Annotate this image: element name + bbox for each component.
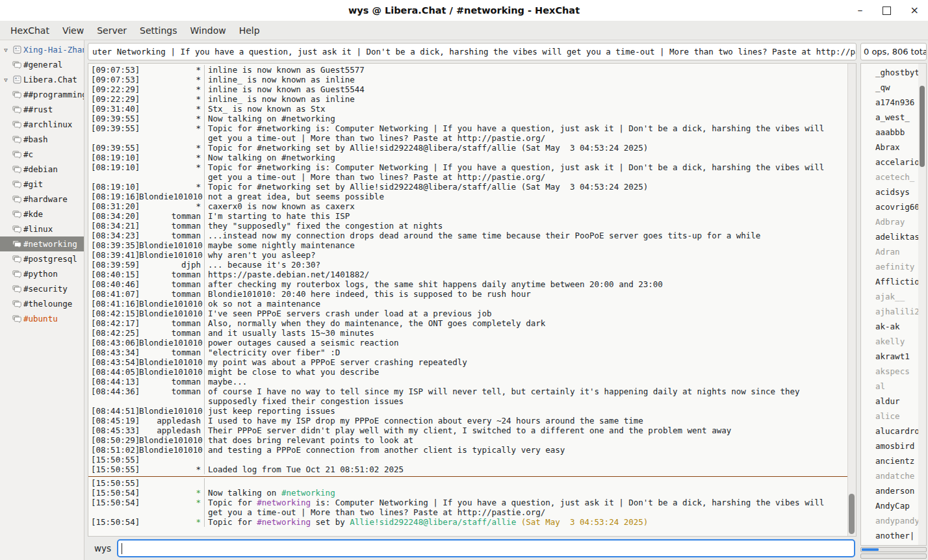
user-list-item[interactable]: AndyCap — [861, 498, 918, 513]
message-segment: set by — [311, 517, 350, 527]
chat-scrollbar-thumb[interactable] — [849, 494, 855, 534]
user-list-item[interactable]: akspecs — [861, 364, 918, 379]
sidebar-item-xing-hai-zhan[interactable]: ▽Xing-Hai-Zhan — [0, 42, 84, 57]
user-list-item[interactable]: alucardro — [861, 424, 918, 439]
user-list-item[interactable]: acetech_ — [861, 170, 918, 185]
sidebar-item--thelounge[interactable]: #thelounge — [0, 296, 84, 311]
sidebar-item--security[interactable]: #security — [0, 281, 84, 296]
user-list-item[interactable]: akrawt1 — [861, 349, 918, 364]
title-bar: wys @ Libera.Chat / #networking - HexCha… — [0, 0, 928, 21]
user-list-item[interactable]: acidsys — [861, 185, 918, 199]
user-list-item[interactable]: _qw — [861, 80, 918, 95]
user-list-item[interactable]: ak-ak — [861, 319, 918, 334]
user-list-item[interactable]: adeliktas — [861, 229, 918, 244]
user-list-item[interactable]: akelly — [861, 334, 918, 349]
tree-expander-icon[interactable]: ▽ — [0, 77, 10, 83]
lag-meter-fill — [862, 548, 879, 551]
tree-item-label: Libera.Chat — [23, 75, 77, 84]
message-nick: tomman — [139, 289, 204, 299]
user-list-item[interactable]: ancientz — [861, 453, 918, 468]
message-text: Now talking on #networking — [204, 153, 847, 162]
sidebar-item-libera-chat[interactable]: ▽Libera.Chat — [0, 72, 84, 87]
message-nick: tomman — [139, 348, 204, 357]
sidebar-item--c[interactable]: #c — [0, 147, 84, 162]
sidebar-item--general[interactable]: #general — [0, 57, 84, 72]
user-list-item[interactable]: Adran — [861, 244, 918, 259]
maximize-button[interactable] — [883, 6, 891, 15]
user-list-item[interactable]: _ghostbyt — [861, 65, 918, 80]
user-list-scrollbar[interactable] — [918, 64, 926, 545]
user-list-item[interactable]: Abrax — [861, 140, 918, 155]
sidebar-item--kde[interactable]: #kde — [0, 207, 84, 222]
message-row: [09:22:29]*inline is now known as Guest5… — [88, 84, 847, 94]
sidebar-item--linux[interactable]: #linux — [0, 222, 84, 236]
message-timestamp: [08:19:10] — [88, 153, 139, 162]
channel-icon-wrap — [10, 315, 23, 323]
message-row: [15:50:55] — [88, 455, 847, 465]
message-segment: Topic for — [208, 498, 257, 507]
channel-icon-wrap — [10, 240, 23, 248]
user-list-item[interactable]: alice — [861, 409, 918, 424]
message-text: caxerx0 is now known as caxerx — [204, 201, 847, 211]
sidebar-item--archlinux[interactable]: #archlinux — [0, 117, 84, 132]
message-row: [08:42:17]tommanAlso, normally when they… — [88, 318, 847, 328]
user-list-scrollbar-thumb[interactable] — [920, 86, 925, 167]
sidebar-item--debian[interactable]: #debian — [0, 162, 84, 177]
user-list-item[interactable]: accelario — [861, 155, 918, 170]
user-list-item[interactable]: andatche — [861, 468, 918, 483]
user-list-item[interactable]: amosbird — [861, 439, 918, 453]
message-row: [09:39:55]*Topic for #networking is: Com… — [88, 123, 847, 143]
channel-icon-wrap — [10, 210, 23, 218]
user-list-item[interactable]: aaabbb — [861, 125, 918, 140]
message-timestamp: [08:43:06] — [88, 338, 139, 348]
message-nick: * — [139, 114, 204, 123]
menu-view[interactable]: View — [56, 23, 90, 38]
sidebar-item--ubuntu[interactable]: #ubuntu — [0, 311, 84, 326]
message-row: [08:34:20]tommanI'm starting to hate thi… — [88, 211, 847, 221]
user-list-item[interactable]: a_west_ — [861, 110, 918, 125]
user-list-item[interactable]: aldur — [861, 394, 918, 409]
sidebar-item--python[interactable]: #python — [0, 266, 84, 281]
sidebar-item--postgresql[interactable]: #postgresql — [0, 251, 84, 266]
menu-settings[interactable]: Settings — [133, 23, 183, 38]
sidebar-item--bash[interactable]: #bash — [0, 132, 84, 147]
window-title: wys @ Libera.Chat / #networking - HexCha… — [348, 5, 580, 16]
sidebar-item--git[interactable]: #git — [0, 177, 84, 192]
menu-window[interactable]: Window — [183, 23, 232, 38]
user-list-item[interactable]: Adbray — [861, 214, 918, 229]
message-row: [08:34:23]tomman...instead now my connec… — [88, 231, 847, 240]
user-list-item[interactable]: a174n936 — [861, 95, 918, 110]
message-nick — [139, 478, 204, 488]
user-list-item[interactable]: another| — [861, 528, 918, 543]
user-list-item[interactable]: al — [861, 379, 918, 394]
user-list-item[interactable]: ajak__ — [861, 289, 918, 304]
sidebar-item--programming[interactable]: ##programming — [0, 87, 84, 102]
sidebar-item--networking[interactable]: #networking — [0, 236, 84, 251]
minimize-button[interactable]: – — [858, 5, 863, 16]
topic-input[interactable]: uter Networking | If you have a question… — [88, 43, 857, 60]
user-list-item[interactable]: acovrig60 — [861, 199, 918, 214]
sidebar-item--hardware[interactable]: #hardware — [0, 192, 84, 207]
user-list-item[interactable]: aefinity — [861, 259, 918, 274]
message-text: I've seen PPPoE servers crash under load… — [204, 309, 847, 318]
tree-expander-icon[interactable]: ▽ — [0, 47, 10, 53]
menu-server[interactable]: Server — [90, 23, 133, 38]
user-list-item[interactable]: ajhalili2 — [861, 304, 918, 319]
text-caret — [122, 543, 122, 554]
sidebar-item--rust[interactable]: ##rust — [0, 102, 84, 117]
input-bar: wys — [88, 537, 857, 560]
menu-hexchat[interactable]: HexChat — [4, 23, 56, 38]
message-timestamp: [08:34:21] — [88, 221, 139, 231]
message-input[interactable] — [117, 539, 855, 557]
close-button[interactable]: × — [910, 5, 919, 16]
user-list-item[interactable]: Afflictio — [861, 274, 918, 289]
menu-help[interactable]: Help — [233, 23, 266, 38]
user-list-item[interactable]: anderson — [861, 483, 918, 498]
chat-scrollbar[interactable] — [847, 64, 856, 536]
message-text: Topic for #networking set by Allie!sid29… — [204, 143, 847, 153]
user-list-item[interactable]: andypandy — [861, 513, 918, 528]
message-timestamp: [09:22:29] — [88, 94, 139, 104]
message-text: Topic for #networking set by Allie!sid29… — [204, 182, 847, 192]
message-timestamp: [08:31:20] — [88, 201, 139, 211]
message-nick: Blondie101010 — [139, 338, 204, 348]
